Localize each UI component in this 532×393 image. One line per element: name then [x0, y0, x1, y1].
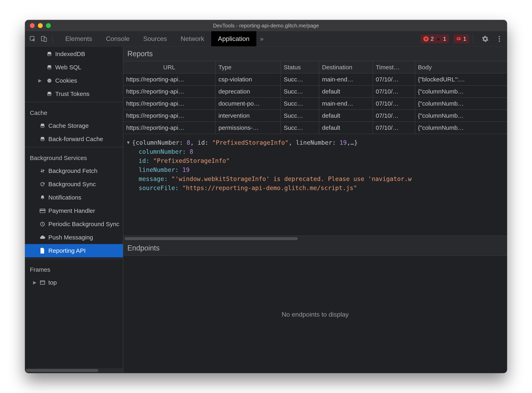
sidebar-item-reporting-api[interactable]: Reporting API	[25, 244, 123, 257]
sidebar-section-background: Background Services	[25, 148, 123, 164]
sidebar-item-indexeddb[interactable]: IndexedDB	[25, 47, 123, 61]
sidebar-item-cache-storage[interactable]: Cache Storage	[25, 119, 123, 133]
cell-type: intervention	[215, 110, 281, 122]
endpoints-empty-text: No endpoints to display	[282, 311, 349, 318]
cell-body: {"blockedURL":…	[415, 73, 507, 85]
col-type[interactable]: Type	[215, 61, 281, 73]
cell-type: document-po…	[215, 98, 281, 110]
sidebar-section-cache: Cache	[25, 103, 123, 119]
tab-elements[interactable]: Elements	[59, 31, 99, 46]
inspect-element-icon[interactable]	[28, 34, 38, 44]
window-zoom-button[interactable]	[46, 23, 51, 28]
object-property[interactable]: message: "'window.webkitStorageInfo' is …	[127, 174, 504, 183]
window-close-button[interactable]	[30, 23, 35, 28]
window-titlebar: DevTools - reporting-api-demo.glitch.me/…	[25, 20, 507, 31]
window-minimize-button[interactable]	[38, 23, 43, 28]
cell-url: https://reporting-api…	[123, 73, 215, 85]
table-row[interactable]: https://reporting-api… document-po… Succ…	[123, 98, 507, 110]
col-timestamp[interactable]: Timest…	[373, 61, 415, 73]
sidebar-item-notifications[interactable]: Notifications	[25, 191, 123, 204]
table-row[interactable]: https://reporting-api… permissions-… Suc…	[123, 122, 507, 134]
object-header[interactable]: ▶{columnNumber: 8, id: "PrefixedStorageI…	[127, 138, 504, 147]
database-icon	[46, 91, 52, 97]
scrollbar-thumb[interactable]	[26, 369, 98, 372]
cell-body: {"columnNumb…	[415, 122, 507, 134]
sidebar-item-push-messaging[interactable]: Push Messaging	[25, 231, 123, 244]
col-url[interactable]: URL	[123, 61, 215, 73]
sidebar-item-label: Periodic Background Sync	[48, 221, 119, 227]
svg-rect-2	[44, 38, 47, 41]
sidebar-item-trust-tokens[interactable]: Trust Tokens	[25, 87, 123, 101]
sidebar-item-label: Cookies	[55, 77, 77, 84]
sidebar-item-websql[interactable]: Web SQL	[25, 61, 123, 74]
svg-point-8	[499, 40, 500, 42]
cell-url: https://reporting-api…	[123, 110, 215, 122]
issues-chip[interactable]: 1	[454, 34, 469, 43]
sidebar-item-label: Cache Storage	[48, 122, 89, 129]
application-sidebar: IndexedDB Web SQL ▶ Cookies Trust Tokens	[25, 47, 123, 373]
cell-body: {"columnNumb…	[415, 98, 507, 110]
cell-status: Succ…	[281, 122, 319, 134]
svg-point-7	[499, 38, 500, 39]
sidebar-item-label: IndexedDB	[55, 51, 85, 57]
device-toolbar-icon[interactable]	[39, 34, 49, 44]
cookie-icon	[46, 78, 52, 84]
expand-caret-icon[interactable]: ▶	[38, 78, 42, 83]
table-row[interactable]: https://reporting-api… deprecation Succ……	[123, 85, 507, 98]
cell-status: Succ…	[281, 98, 319, 110]
table-row[interactable]: https://reporting-api… csp-violation Suc…	[123, 73, 507, 85]
file-icon	[39, 248, 46, 254]
object-property[interactable]: id: "PrefixedStorageInfo"	[127, 156, 504, 165]
tab-console[interactable]: Console	[99, 31, 136, 46]
col-destination[interactable]: Destination	[319, 61, 373, 73]
tabs-overflow-button[interactable]: »	[256, 31, 267, 46]
tab-network[interactable]: Network	[174, 31, 211, 46]
sidebar-item-label: Background Fetch	[48, 167, 97, 174]
cell-url: https://reporting-api…	[123, 122, 215, 134]
sidebar-item-label: top	[48, 279, 57, 286]
scrollbar-thumb[interactable]	[125, 237, 298, 240]
sidebar-item-bg-fetch[interactable]: Background Fetch	[25, 164, 123, 177]
toolbar-separator	[52, 34, 53, 43]
cloud-icon	[39, 234, 46, 241]
cell-ts: 07/10/…	[373, 73, 415, 85]
tab-sources[interactable]: Sources	[137, 31, 174, 46]
sidebar-item-periodic-bg-sync[interactable]: Periodic Background Sync	[25, 217, 123, 231]
report-detail-viewer: ▶{columnNumber: 8, id: "PrefixedStorageI…	[123, 134, 507, 236]
warning-count: 1	[443, 36, 446, 42]
console-error-warning-chip[interactable]: ✕ 2 ▲ 1	[420, 34, 449, 43]
col-body[interactable]: Body	[415, 61, 507, 73]
svg-point-15	[50, 81, 51, 81]
endpoints-section-title: Endpoints	[123, 241, 507, 256]
collapse-caret-icon[interactable]: ▶	[125, 142, 132, 144]
sidebar-item-payment-handler[interactable]: Payment Handler	[25, 204, 123, 217]
sidebar-horizontal-scrollbar[interactable]	[25, 368, 123, 373]
sidebar-item-cookies[interactable]: ▶ Cookies	[25, 74, 123, 87]
sidebar-item-bg-sync[interactable]: Background Sync	[25, 177, 123, 191]
sidebar-item-label: Back-forward Cache	[48, 136, 103, 142]
cell-dest: default	[319, 122, 373, 134]
expand-caret-icon[interactable]: ▶	[33, 280, 36, 285]
more-menu-icon[interactable]	[494, 34, 504, 44]
svg-point-13	[49, 80, 50, 80]
main-panel: Reports URL Type Status Destination Time…	[123, 47, 507, 373]
sidebar-item-bfcache[interactable]: Back-forward Cache	[25, 133, 123, 146]
settings-gear-icon[interactable]	[480, 34, 490, 44]
database-icon	[46, 51, 52, 57]
tab-label: Sources	[143, 35, 167, 43]
sidebar-item-label: Web SQL	[55, 64, 81, 71]
sidebar-item-label: Payment Handler	[48, 207, 95, 214]
sidebar-item-frame-top[interactable]: ▶ top	[25, 276, 123, 289]
object-property[interactable]: lineNumber: 19	[127, 165, 504, 174]
toolbar-separator	[473, 34, 473, 43]
devtools-tabstrip: Elements Console Sources Network Applica…	[59, 31, 267, 46]
cell-dest: default	[319, 85, 373, 98]
table-row[interactable]: https://reporting-api… intervention Succ…	[123, 110, 507, 122]
tab-label: Console	[106, 35, 129, 43]
object-property[interactable]: sourceFile: "https://reporting-api-demo.…	[127, 183, 504, 192]
tab-application[interactable]: Application	[211, 31, 257, 46]
detail-horizontal-scrollbar[interactable]	[123, 236, 507, 241]
col-status[interactable]: Status	[281, 61, 319, 73]
cell-type: permissions-…	[215, 122, 281, 134]
object-property[interactable]: columnNumber: 8	[127, 147, 504, 156]
